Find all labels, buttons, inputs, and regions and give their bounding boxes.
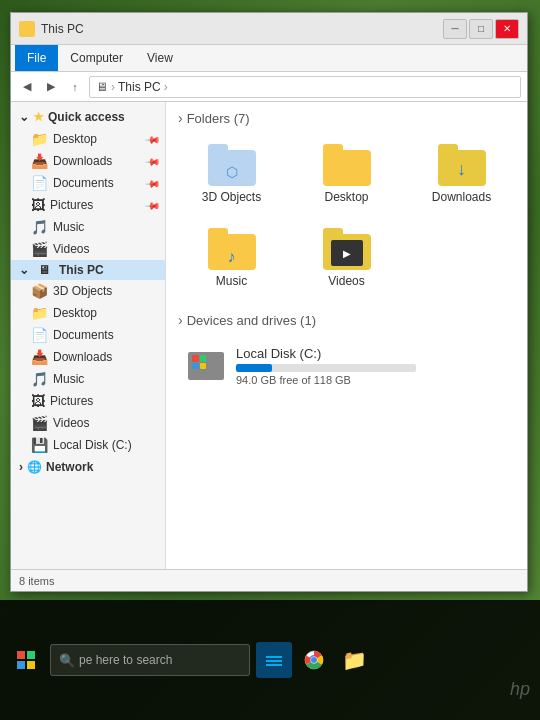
search-icon: 🔍 <box>59 653 75 668</box>
status-bar: 8 items <box>11 569 527 591</box>
sidebar-item-documents-quick[interactable]: 📄 Documents 📌 <box>11 172 165 194</box>
drive-bar-container <box>236 364 416 372</box>
hp-logo: hp <box>510 679 530 700</box>
chevron-right-icon: › <box>19 460 23 474</box>
sidebar-item-downloads-pc[interactable]: 📥 Downloads <box>11 346 165 368</box>
breadcrumb-thispc: This PC <box>118 80 161 94</box>
folder-icon-downloads: ↓ <box>438 144 486 186</box>
sidebar-item-downloads-quick[interactable]: 📥 Downloads 📌 <box>11 150 165 172</box>
music-folder-icon: 🎵 <box>31 219 48 235</box>
3dobjects-icon: 📦 <box>31 283 48 299</box>
pictures-icon-pc: 🖼 <box>31 393 45 409</box>
drive-info: Local Disk (C:) 94.0 GB free of 118 GB <box>236 346 507 386</box>
win-square-blue <box>192 363 199 370</box>
main-panel: Folders (7) ⬡ 3D Objects <box>166 102 527 569</box>
item-count: 8 items <box>19 575 54 587</box>
sidebar-item-music-pc[interactable]: 🎵 Music <box>11 368 165 390</box>
taskbar-icon-chrome[interactable] <box>296 642 332 678</box>
search-placeholder: pe here to search <box>79 653 172 667</box>
sidebar-network[interactable]: › 🌐 Network <box>11 456 165 478</box>
sidebar-quick-access[interactable]: ⌄ ★ Quick access <box>11 106 165 128</box>
forward-button[interactable]: ▶ <box>41 77 61 97</box>
desktop-icon: 📁 <box>31 305 48 321</box>
svg-rect-1 <box>27 651 35 659</box>
folder-item-desktop[interactable]: Desktop <box>293 136 400 212</box>
taskbar: 🔍 pe here to search <box>0 600 540 720</box>
pin-icon-dl: 📌 <box>145 153 161 169</box>
drive-name: Local Disk (C:) <box>236 346 507 361</box>
close-button[interactable]: ✕ <box>495 19 519 39</box>
folder-icon-desktop <box>323 144 371 186</box>
win-square-yellow <box>200 363 207 370</box>
up-button[interactable]: ↑ <box>65 77 85 97</box>
svg-rect-4 <box>266 656 282 658</box>
sidebar-this-pc[interactable]: ⌄ 🖥 This PC <box>11 260 165 280</box>
downloads-folder-icon: 📥 <box>31 153 48 169</box>
sidebar-item-music-quick[interactable]: 🎵 Music <box>11 216 165 238</box>
pin-icon-pic: 📌 <box>145 197 161 213</box>
taskbar-icons: 📁 <box>256 642 372 678</box>
folder-icon-music: ♪ <box>208 228 256 270</box>
svg-rect-3 <box>27 661 35 669</box>
drive-icon-sidebar: 💾 <box>31 437 48 453</box>
sidebar-item-documents-pc[interactable]: 📄 Documents <box>11 324 165 346</box>
sidebar-item-videos-quick[interactable]: 🎬 Videos <box>11 238 165 260</box>
svg-point-10 <box>311 657 317 663</box>
sidebar-item-videos-pc[interactable]: 🎬 Videos <box>11 412 165 434</box>
file-explorer-window: This PC ─ □ ✕ File Computer View ◀ ▶ ↑ 🖥… <box>10 12 528 592</box>
svg-rect-2 <box>17 661 25 669</box>
chevron-down-icon-pc: ⌄ <box>19 263 29 277</box>
sidebar-item-pictures-quick[interactable]: 🖼 Pictures 📌 <box>11 194 165 216</box>
folder-item-music[interactable]: ♪ Music <box>178 220 285 296</box>
sidebar-item-desktop[interactable]: 📁 Desktop 📌 <box>11 128 165 150</box>
start-button[interactable] <box>8 642 44 678</box>
minimize-button[interactable]: ─ <box>443 19 467 39</box>
content-area: ⌄ ★ Quick access 📁 Desktop 📌 📥 Downloads… <box>11 102 527 569</box>
downloads-icon-pc: 📥 <box>31 349 48 365</box>
ribbon: File Computer View <box>11 45 527 72</box>
title-bar: This PC ─ □ ✕ <box>11 13 527 45</box>
devices-section-title: Devices and drives (1) <box>178 312 515 328</box>
videos-folder-icon: 🎬 <box>31 241 48 257</box>
sidebar-item-pictures-pc[interactable]: 🖼 Pictures <box>11 390 165 412</box>
svg-rect-5 <box>266 660 282 662</box>
documents-folder-icon: 📄 <box>31 175 48 191</box>
sidebar-item-localdisk[interactable]: 💾 Local Disk (C:) <box>11 434 165 456</box>
win-square-green <box>200 355 207 362</box>
maximize-button[interactable]: □ <box>469 19 493 39</box>
folder-item-3dobjects[interactable]: ⬡ 3D Objects <box>178 136 285 212</box>
address-path[interactable]: 🖥 › This PC › <box>89 76 521 98</box>
pictures-folder-icon: 🖼 <box>31 197 45 213</box>
window-icon <box>19 21 35 37</box>
svg-rect-6 <box>266 664 282 666</box>
music-icon-pc: 🎵 <box>31 371 48 387</box>
drive-visual-icon <box>186 350 226 382</box>
tab-file[interactable]: File <box>15 45 58 71</box>
search-box[interactable]: 🔍 pe here to search <box>50 644 250 676</box>
documents-icon-pc: 📄 <box>31 327 48 343</box>
chevron-down-icon: ⌄ <box>19 110 29 124</box>
drive-bar <box>236 364 272 372</box>
folder-icon-3d: ⬡ <box>208 144 256 186</box>
videos-icon-pc: 🎬 <box>31 415 48 431</box>
network-icon: 🌐 <box>27 460 42 474</box>
folder-icon-videos: ▶ <box>323 228 371 270</box>
pin-icon-doc: 📌 <box>145 175 161 191</box>
sidebar-item-3dobjects[interactable]: 📦 3D Objects <box>11 280 165 302</box>
taskbar-icon-explorer[interactable]: 📁 <box>336 642 372 678</box>
this-pc-icon: 🖥 <box>38 263 50 277</box>
device-item-localdisk[interactable]: Local Disk (C:) 94.0 GB free of 118 GB <box>178 338 515 394</box>
taskbar-icon-view[interactable] <box>256 642 292 678</box>
tab-view[interactable]: View <box>135 45 185 71</box>
folder-item-videos[interactable]: ▶ Videos <box>293 220 400 296</box>
tab-computer[interactable]: Computer <box>58 45 135 71</box>
folders-section-title: Folders (7) <box>178 110 515 126</box>
window-controls: ─ □ ✕ <box>443 19 519 39</box>
win-square-red <box>192 355 199 362</box>
address-bar: ◀ ▶ ↑ 🖥 › This PC › <box>11 72 527 102</box>
folder-grid: ⬡ 3D Objects Desktop <box>178 136 515 296</box>
folder-item-downloads[interactable]: ↓ Downloads <box>408 136 515 212</box>
sidebar: ⌄ ★ Quick access 📁 Desktop 📌 📥 Downloads… <box>11 102 166 569</box>
sidebar-item-desktop-pc[interactable]: 📁 Desktop <box>11 302 165 324</box>
back-button[interactable]: ◀ <box>17 77 37 97</box>
